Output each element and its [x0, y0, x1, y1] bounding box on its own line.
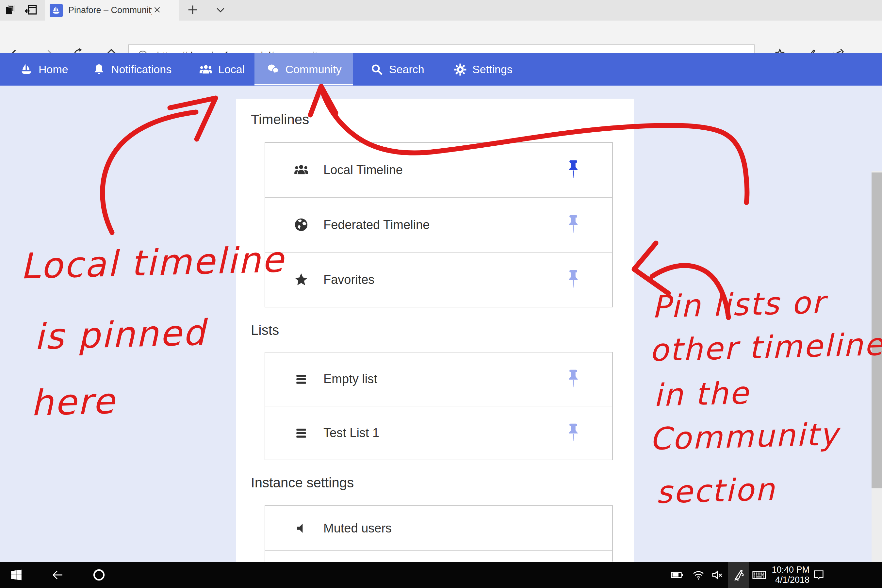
annotation-right-line1: Pin lists or — [651, 285, 826, 325]
pin-button-unpinned[interactable] — [566, 423, 581, 443]
section-heading-lists: Lists — [251, 322, 279, 338]
nav-label: Settings — [472, 63, 513, 76]
tab-strip: Pinafore – Community — [0, 0, 882, 21]
windows-taskbar: 10:40 PM 4/1/2018 — [0, 562, 882, 588]
list-item-muted-users[interactable]: Muted users — [265, 506, 613, 551]
section-heading-timelines: Timelines — [251, 112, 309, 128]
list-icon — [293, 372, 309, 387]
wifi-icon — [692, 568, 705, 582]
globe-icon — [293, 217, 309, 232]
instance-settings-list: Muted users — [265, 506, 613, 561]
stacked-tabs-icon — [4, 3, 17, 18]
pin-button-unpinned[interactable] — [566, 214, 581, 235]
volume-muted-status[interactable] — [708, 562, 726, 588]
annotation-right-line5: section — [656, 471, 776, 510]
wifi-status[interactable] — [689, 562, 708, 588]
pin-button-unpinned[interactable] — [566, 369, 581, 389]
search-icon — [370, 63, 384, 76]
nav-item-community[interactable]: Community — [255, 53, 353, 86]
action-center-button[interactable] — [810, 562, 828, 588]
people-icon — [293, 162, 309, 178]
nav-label: Notifications — [111, 63, 171, 76]
annotation-right-line4: Community — [649, 416, 840, 457]
battery-status[interactable] — [668, 562, 686, 588]
tab-aside-arrow-icon — [24, 3, 39, 18]
annotation-right-line3: in the — [653, 375, 750, 413]
list-item-label: Favorites — [323, 273, 374, 287]
back-arrow-icon — [50, 568, 64, 582]
clock-time: 10:40 PM — [767, 565, 810, 575]
tabs-aside-list-button[interactable] — [1, 0, 20, 21]
chevron-down-icon — [214, 4, 226, 17]
speaker-muted-icon — [711, 568, 724, 582]
speech-bubbles-icon — [266, 62, 280, 77]
browser-toolbar: https://dev.pinafore.social/community — [0, 21, 882, 54]
pin-button-unpinned[interactable] — [566, 270, 581, 290]
touch-keyboard-button[interactable] — [750, 562, 768, 588]
annotation-left-line3: here — [30, 381, 116, 424]
battery-icon — [670, 568, 683, 582]
list-icon — [293, 426, 309, 440]
gear-icon — [453, 63, 467, 76]
nav-label: Search — [389, 63, 424, 76]
timelines-list: Local Timeline Federated Timeline Favori… — [265, 142, 613, 308]
windows-logo-icon — [10, 569, 22, 581]
page-scrollbar[interactable] — [872, 171, 882, 588]
taskbar-clock[interactable]: 10:40 PM 4/1/2018 — [767, 562, 810, 588]
clock-date: 4/1/2018 — [767, 575, 810, 585]
nav-item-home[interactable]: Home — [16, 53, 72, 86]
list-item-favorites[interactable]: Favorites — [265, 252, 613, 308]
sailboat-icon — [20, 63, 33, 76]
keyboard-icon — [752, 567, 766, 582]
star-icon — [293, 272, 309, 287]
nav-label: Home — [39, 63, 68, 76]
list-item-label: Local Timeline — [323, 163, 403, 177]
nav-item-local[interactable]: Local — [195, 53, 248, 86]
new-tab-button[interactable] — [183, 0, 202, 21]
mute-icon — [293, 521, 309, 535]
bell-icon — [92, 63, 106, 76]
start-button[interactable] — [7, 562, 26, 588]
set-tabs-aside-button[interactable] — [21, 0, 41, 21]
annotation-left-line2: is pinned — [33, 312, 207, 357]
list-item-local-timeline[interactable]: Local Timeline — [265, 142, 613, 198]
list-item-federated-timeline[interactable]: Federated Timeline — [265, 197, 613, 252]
tab-list-dropdown-button[interactable] — [211, 0, 230, 21]
active-tab-underline — [255, 84, 353, 85]
section-heading-instance-settings: Instance settings — [251, 475, 354, 490]
nav-item-search[interactable]: Search — [367, 53, 428, 86]
list-item-test-list-1[interactable]: Test List 1 — [265, 406, 613, 460]
pinafore-favicon — [50, 4, 63, 17]
list-item-label: Muted users — [323, 521, 392, 536]
list-item-empty-list[interactable]: Empty list — [265, 352, 613, 406]
annotation-left-line1: Local timeline — [20, 239, 285, 286]
list-item-label: Empty list — [323, 372, 377, 386]
nav-item-settings[interactable]: Settings — [450, 53, 516, 86]
cortana-button[interactable] — [90, 562, 108, 588]
stylus-pen-icon — [731, 568, 745, 582]
browser-tab[interactable]: Pinafore – Community — [45, 0, 179, 21]
community-card: Timelines Local Timeline Federated Timel… — [236, 99, 634, 562]
list-item-label: Test List 1 — [323, 426, 379, 440]
list-item-label: Federated Timeline — [323, 218, 430, 232]
tab-close-icon[interactable] — [152, 5, 162, 16]
lists-list: Empty list Test List 1 — [265, 352, 613, 460]
annotation-right-line2: other timelines — [649, 326, 882, 368]
app-nav-bar: Home Notifications Local Community Searc… — [0, 53, 882, 86]
taskbar-back-button[interactable] — [48, 562, 66, 588]
screen: Pinafore – Community — [0, 0, 882, 588]
windows-ink-button[interactable] — [728, 562, 749, 588]
pin-button-pinned[interactable] — [566, 160, 581, 180]
nav-item-notifications[interactable]: Notifications — [89, 53, 175, 86]
list-item-partial[interactable] — [265, 550, 613, 561]
notification-icon — [812, 568, 825, 582]
cortana-circle-icon — [92, 568, 106, 582]
plus-icon — [186, 3, 199, 18]
tab-title: Pinafore – Community — [68, 5, 152, 15]
nav-label: Local — [218, 63, 244, 76]
people-icon — [199, 62, 213, 77]
nav-label: Community — [285, 63, 342, 76]
